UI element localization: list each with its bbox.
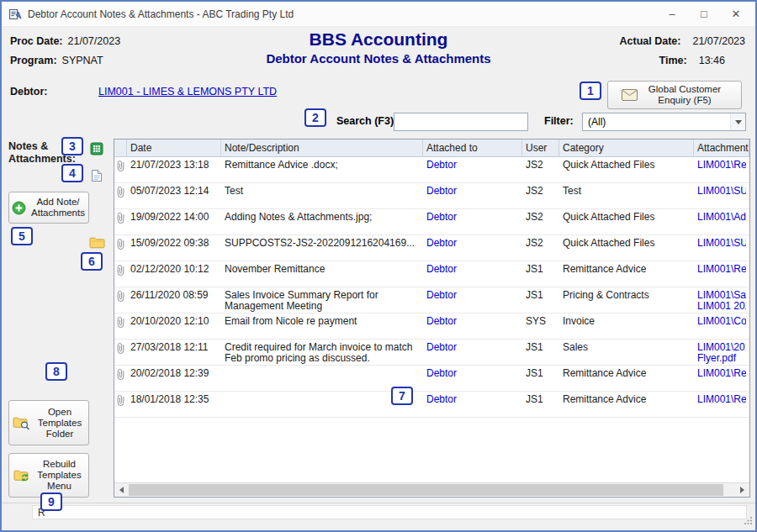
table-row[interactable]: 26/11/2020 08:59 Sales Invoice Summary R… <box>114 287 749 313</box>
attachment-link[interactable]: LIM001\Rem <box>697 394 746 405</box>
column-header-note[interactable]: Note/Description <box>221 140 423 156</box>
filter-dropdown[interactable]: (All) <box>582 113 746 131</box>
spreadsheet-icon[interactable] <box>90 142 103 155</box>
table-row[interactable]: 19/09/2022 14:00 Adding Notes & Attachme… <box>114 209 749 235</box>
close-button[interactable]: ✕ <box>720 3 752 26</box>
column-header-attached-to[interactable]: Attached to <box>423 140 522 156</box>
attached-to-link[interactable]: Debtor <box>426 394 519 405</box>
paperclip-icon <box>116 238 125 250</box>
scrollbar-thumb[interactable] <box>129 484 723 496</box>
status-panel: R <box>32 505 747 519</box>
add-icon <box>12 201 26 215</box>
rebuild-templates-button[interactable]: Rebuild Templates Menu <box>8 453 89 498</box>
cell-attachment: LIM001\Rem <box>694 157 749 182</box>
attached-to-link[interactable]: Debtor <box>426 290 519 301</box>
scroll-right-button[interactable] <box>735 483 749 497</box>
cell-user: JS1 <box>522 366 559 391</box>
attachment-link[interactable]: Flyer.pdf <box>697 353 746 364</box>
attachment-link[interactable]: LIM001 202 <box>697 301 746 312</box>
filter-label: Filter: <box>544 115 574 127</box>
open-templates-button[interactable]: Open Templates Folder <box>8 400 89 445</box>
table-row[interactable]: 20/10/2020 12:10 Email from Nicole re pa… <box>114 313 749 340</box>
cell-date: 21/07/2023 13:18 <box>127 157 221 182</box>
table-row[interactable]: 18/01/2018 12:35 Debtor JS1 Remittance A… <box>114 392 749 418</box>
table-body: 21/07/2023 13:18 Remittance Advice .docx… <box>114 157 749 482</box>
actual-date-value: 21/07/2023 <box>692 35 745 47</box>
attachment-link[interactable]: LIM001\Rem <box>697 160 746 171</box>
attached-to-link[interactable]: Debtor <box>426 186 519 197</box>
add-note-label: Add Note/ Attachments <box>30 197 86 219</box>
open-templates-label: Open Templates Folder <box>34 407 85 440</box>
add-note-button[interactable]: Add Note/ Attachments <box>8 192 89 224</box>
attached-to-link[interactable]: Debtor <box>426 368 519 379</box>
attachment-link[interactable]: LIM001\SUP <box>697 238 746 249</box>
proc-date-label: Proc Date: <box>10 35 63 47</box>
header: Proc Date:21/07/2023 Program:SYPNAT BBS … <box>2 27 755 77</box>
attached-to-link[interactable]: Debtor <box>426 316 519 327</box>
attachment-link[interactable]: LIM001\Add <box>697 212 746 223</box>
table-header: Date Note/Description Attached to User C… <box>114 140 749 157</box>
attached-to-link[interactable]: Debtor <box>426 342 519 353</box>
window-title: Debtor Account Notes & Attachments - ABC… <box>28 8 656 20</box>
cell-note: Test <box>221 183 423 208</box>
cell-user: JS2 <box>522 183 559 208</box>
table-row[interactable]: 15/09/2022 09:38 SUPPCOSTS2-JS2-20220912… <box>114 235 749 261</box>
table-row[interactable]: 02/12/2020 10:12 November Remittance Deb… <box>114 261 749 287</box>
global-enquiry-button[interactable]: Global Customer Enquiry (F5) <box>607 81 742 109</box>
paperclip-icon <box>116 394 125 407</box>
cell-attachment: LIM001\SUP <box>694 235 749 261</box>
cell-user: JS2 <box>522 209 559 234</box>
column-header-attach-icon[interactable] <box>114 140 127 156</box>
cell-attachment: LIM001\Add <box>694 209 749 234</box>
minimize-button[interactable]: – <box>656 3 688 26</box>
proc-date: Proc Date:21/07/2023 <box>10 35 120 47</box>
cell-category: Quick Attached Files <box>559 209 694 234</box>
column-header-category[interactable]: Category <box>559 140 694 156</box>
document-icon[interactable] <box>91 169 103 182</box>
resize-grip[interactable] <box>744 513 753 528</box>
quick-attach-folder-icon[interactable] <box>89 236 105 249</box>
time-label: Time: <box>659 55 687 66</box>
paperclip-icon <box>116 290 125 303</box>
attachment-link[interactable]: LIM001\Con <box>697 316 746 327</box>
attached-to-link[interactable]: Debtor <box>426 212 519 223</box>
titlebar[interactable]: Debtor Account Notes & Attachments - ABC… <box>2 2 755 27</box>
paperclip-icon <box>116 212 125 224</box>
table-row[interactable]: 05/07/2023 12:14 Test Debtor JS2 Test LI… <box>114 183 749 209</box>
cell-attachment: LIM001\SaleLIM001 202 <box>694 287 749 313</box>
annotation-2: 2 <box>304 108 326 127</box>
cell-user: JS1 <box>522 287 559 313</box>
paperclip-icon <box>116 368 125 381</box>
column-header-date[interactable]: Date <box>127 140 221 156</box>
attachment-link[interactable]: LIM001\Rem <box>697 264 746 275</box>
cell-user: JS2 <box>522 157 559 182</box>
column-header-attachment[interactable]: Attachment <box>694 140 749 156</box>
annotation-8: 8 <box>45 362 67 381</box>
attachment-link[interactable]: LIM001\Rem <box>697 368 746 379</box>
horizontal-scrollbar[interactable] <box>114 482 749 497</box>
chevron-down-icon <box>730 113 745 130</box>
cell-date: 05/07/2023 12:14 <box>127 183 221 208</box>
cell-date: 27/03/2018 12:11 <box>127 340 221 365</box>
search-input[interactable] <box>394 113 528 131</box>
program: Program:SYPNAT <box>10 55 103 66</box>
cell-note: SUPPCOSTS2-JS2-2022091216204169... <box>221 235 423 261</box>
attached-to-link[interactable]: Debtor <box>426 238 519 249</box>
cell-date: 20/02/2018 12:39 <box>127 366 221 391</box>
annotation-7: 7 <box>391 387 413 405</box>
cell-category: Invoice <box>559 313 694 339</box>
attachment-link[interactable]: LIM001\201 <box>697 342 746 353</box>
debtor-link[interactable]: LIM001 - LIMES & LEMONS PTY LTD <box>98 86 277 97</box>
table-row[interactable]: 21/07/2023 13:18 Remittance Advice .docx… <box>114 157 749 183</box>
table-row[interactable]: 20/02/2018 12:39 Debtor JS1 Remittance A… <box>114 366 749 392</box>
table-row[interactable]: 27/03/2018 12:11 Credit required for Mar… <box>114 340 749 366</box>
maximize-button[interactable]: □ <box>688 3 720 26</box>
attached-to-link[interactable]: Debtor <box>426 160 519 171</box>
scroll-left-button[interactable] <box>114 483 129 497</box>
cell-category: Remittance Advice <box>559 392 694 417</box>
column-header-user[interactable]: User <box>522 140 559 156</box>
cell-category: Remittance Advice <box>559 366 694 391</box>
attached-to-link[interactable]: Debtor <box>426 264 519 275</box>
attachment-link[interactable]: LIM001\SUP <box>697 186 746 197</box>
attachment-link[interactable]: LIM001\Sale <box>697 290 746 301</box>
